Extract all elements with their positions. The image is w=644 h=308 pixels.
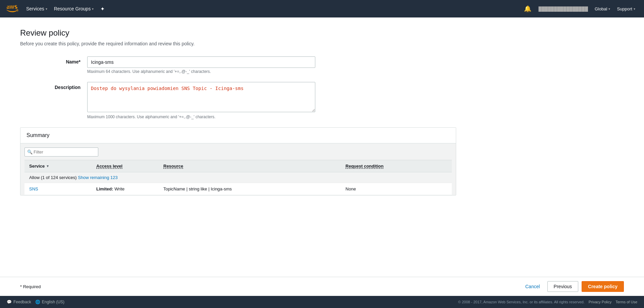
- description-textarea[interactable]: <span class="desc-text" data-bind="form.…: [87, 82, 315, 112]
- summary-inner: 🔍 Service ▼ Access level: [20, 143, 456, 195]
- required-note: * Required: [20, 284, 41, 289]
- chat-icon: 💬: [7, 300, 12, 304]
- filter-input[interactable]: [24, 147, 98, 157]
- description-field-container: <span class="desc-text" data-bind="form.…: [87, 82, 315, 119]
- name-input[interactable]: [87, 56, 315, 68]
- feedback-link[interactable]: 💬 Feedback: [7, 300, 31, 304]
- description-field-row: Description <span class="desc-text" data…: [20, 82, 456, 119]
- th-access-level: Access level: [92, 160, 159, 172]
- table-row: SNS Limited: Write TopicName | string li…: [24, 183, 452, 195]
- notifications-bell-icon[interactable]: 🔔: [520, 3, 535, 14]
- action-bar: * Required Cancel Previous Create policy: [0, 277, 644, 296]
- language-selector[interactable]: 🌐 English (US): [35, 300, 64, 304]
- footer-right: © 2008 - 2017, Amazon Web Services, Inc.…: [458, 300, 637, 304]
- name-label: Name*: [20, 56, 87, 64]
- td-resource: TopicName | string like | Icinga-sms: [159, 183, 341, 195]
- service-sort-icon: ▼: [46, 164, 49, 168]
- aws-logo[interactable]: [5, 2, 19, 15]
- copyright-text: © 2008 - 2017, Amazon Web Services, Inc.…: [458, 300, 585, 304]
- description-hint: Maximum 1000 characters. Use alphanumeri…: [87, 115, 315, 119]
- services-label: Services: [26, 6, 44, 11]
- footer-left: 💬 Feedback 🌐 English (US): [7, 300, 64, 304]
- page-title: Review policy: [20, 28, 624, 38]
- summary-table: Service ▼ Access level Resource Request …: [24, 160, 452, 195]
- top-navigation: Services ▾ Resource Groups ▾ ✦ 🔔 ███████…: [0, 0, 644, 17]
- privacy-policy-link[interactable]: Privacy Policy: [589, 300, 611, 304]
- summary-box: Summary 🔍 Service ▼: [20, 127, 456, 195]
- allow-cell: Allow (1 of 124 services) Show remaining…: [24, 172, 452, 183]
- td-service: SNS: [24, 183, 92, 195]
- main-content: Review policy Before you create this pol…: [0, 17, 644, 277]
- td-access-level: Limited: Write: [92, 183, 159, 195]
- create-policy-button[interactable]: Create policy: [582, 281, 624, 292]
- globe-icon: 🌐: [35, 300, 40, 304]
- th-resource: Resource: [159, 160, 341, 172]
- th-request-condition: Request condition: [341, 160, 452, 172]
- bookmarks-icon[interactable]: ✦: [97, 4, 108, 14]
- page-subtitle: Before you create this policy, provide t…: [20, 41, 624, 46]
- name-hint: Maximum 64 characters. Use alphanumeric …: [87, 69, 315, 74]
- previous-button[interactable]: Previous: [547, 281, 578, 292]
- allow-row: Allow (1 of 124 services) Show remaining…: [24, 172, 452, 183]
- name-field-container: Maximum 64 characters. Use alphanumeric …: [87, 56, 315, 74]
- footer: 💬 Feedback 🌐 English (US) © 2008 - 2017,…: [0, 296, 644, 308]
- cancel-button[interactable]: Cancel: [521, 282, 544, 291]
- global-region-menu[interactable]: Global ▾: [591, 4, 614, 13]
- description-label: Description: [20, 82, 87, 90]
- terms-of-use-link[interactable]: Terms of Use: [615, 300, 637, 304]
- action-buttons: Cancel Previous Create policy: [521, 281, 624, 292]
- name-field-row: Name* Maximum 64 characters. Use alphanu…: [20, 56, 456, 74]
- services-menu[interactable]: Services ▾: [23, 4, 51, 13]
- services-chevron-icon: ▾: [46, 7, 47, 11]
- show-remaining-link[interactable]: Show remaining 123: [78, 175, 118, 180]
- summary-header: Summary: [20, 128, 456, 143]
- filter-bar: 🔍: [24, 147, 452, 157]
- global-chevron-icon: ▾: [608, 7, 610, 11]
- support-chevron-icon: ▾: [634, 7, 635, 11]
- th-service[interactable]: Service ▼: [24, 160, 92, 172]
- filter-input-wrap: 🔍: [24, 147, 98, 157]
- search-icon: 🔍: [27, 149, 33, 155]
- td-request-condition: None: [341, 183, 452, 195]
- support-menu[interactable]: Support ▾: [613, 4, 639, 13]
- resource-groups-label: Resource Groups: [54, 6, 91, 11]
- table-header-row: Service ▼ Access level Resource Request …: [24, 160, 452, 172]
- user-account-menu[interactable]: ████████████████: [535, 4, 591, 13]
- resource-groups-menu[interactable]: Resource Groups ▾: [51, 4, 97, 13]
- sns-link[interactable]: SNS: [29, 186, 38, 191]
- resource-groups-chevron-icon: ▾: [92, 7, 94, 11]
